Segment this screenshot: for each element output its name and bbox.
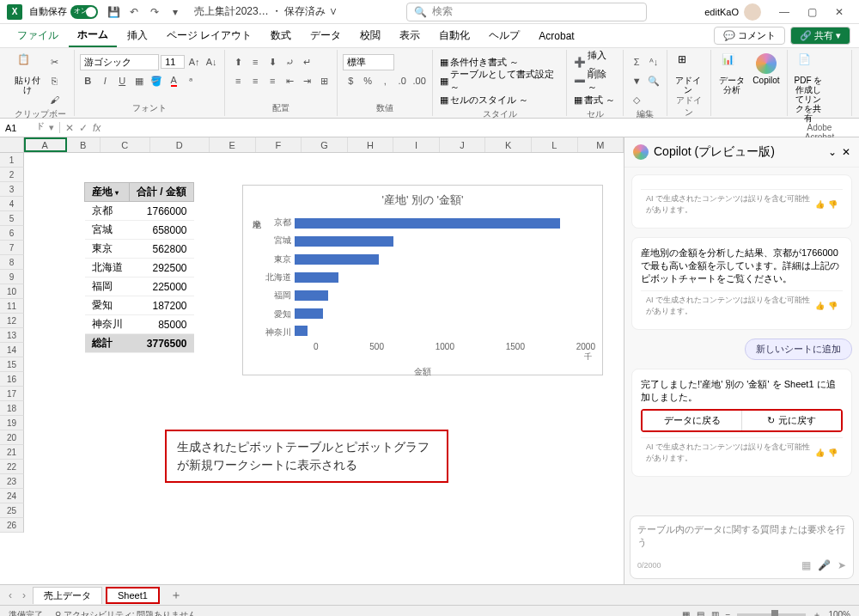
row-header[interactable]: 12 xyxy=(0,314,24,328)
copilot-input[interactable]: テーブル内のデータに関する質問または要求を行う 0/2000 ▦ 🎤 ➤ xyxy=(630,515,854,579)
save-icon[interactable]: 💾 xyxy=(105,3,122,21)
col-header[interactable]: K xyxy=(485,137,532,152)
tab-formulas[interactable]: 数式 xyxy=(262,25,300,46)
close-button[interactable]: ✕ xyxy=(826,3,852,21)
format-cells-button[interactable]: ▦書式 ～ xyxy=(572,91,618,108)
fill-color-icon[interactable]: 🪣 xyxy=(149,73,164,88)
row-header[interactable]: 22 xyxy=(0,460,24,474)
row-header[interactable]: 20 xyxy=(0,430,24,445)
align-right-icon[interactable]: ≡ xyxy=(265,73,280,88)
row-header[interactable]: 7 xyxy=(0,241,24,255)
col-header[interactable]: A xyxy=(24,137,67,152)
comments-button[interactable]: 💬 コメント xyxy=(714,27,785,45)
autosave-toggle[interactable]: オン xyxy=(70,5,98,19)
add-new-sheet-button[interactable]: 新しいシートに追加 xyxy=(745,338,852,360)
thumbs-up-icon[interactable]: 👍 xyxy=(815,200,825,209)
zoom-out-button[interactable]: − xyxy=(726,610,731,616)
attach-icon[interactable]: ▦ xyxy=(801,559,811,571)
border-icon[interactable]: ▦ xyxy=(131,73,147,88)
row-header[interactable]: 19 xyxy=(0,416,24,430)
cell-styles-button[interactable]: ▦セルのスタイル ～ xyxy=(438,91,561,108)
clear-icon[interactable]: ◇ xyxy=(629,92,644,107)
fill-icon[interactable]: ▼ xyxy=(629,73,644,88)
thumbs-down-icon[interactable]: 👎 xyxy=(828,302,838,310)
col-header[interactable]: D xyxy=(150,137,210,152)
tab-page-layout[interactable]: ページ レイアウト xyxy=(158,25,260,46)
indent-decrease-icon[interactable]: ⇤ xyxy=(282,73,297,88)
user-account[interactable]: editKaO xyxy=(704,3,761,21)
pivot-chart[interactable]: '産地' 別の '金額' 産地 京都宮城東京北海道福岡愛知神奈川 0500100… xyxy=(242,185,603,375)
view-page-layout-icon[interactable]: ▤ xyxy=(697,610,704,616)
decimal-increase-icon[interactable]: .0 xyxy=(394,73,410,88)
col-header[interactable]: B xyxy=(66,137,101,152)
col-header[interactable]: F xyxy=(256,137,302,152)
copy-icon[interactable]: ⎘ xyxy=(46,73,62,88)
row-header[interactable]: 2 xyxy=(0,168,24,182)
row-header[interactable]: 18 xyxy=(0,401,24,416)
add-sheet-button[interactable]: ＋ xyxy=(163,588,189,603)
name-box[interactable]: A1▾ xyxy=(0,122,60,133)
percent-icon[interactable]: % xyxy=(360,73,375,88)
underline-icon[interactable]: U xyxy=(114,73,130,88)
find-icon[interactable]: 🔍 xyxy=(646,73,661,88)
merge-icon[interactable]: ⊞ xyxy=(316,73,332,88)
font-name-combo[interactable]: 游ゴシック xyxy=(80,54,159,70)
row-header[interactable]: 10 xyxy=(0,284,24,299)
row-header[interactable]: 15 xyxy=(0,357,24,372)
row-header[interactable]: 24 xyxy=(0,489,24,503)
thumbs-down-icon[interactable]: 👎 xyxy=(828,200,838,209)
font-color-icon[interactable]: A xyxy=(166,73,181,88)
copilot-close-icon[interactable]: ✕ xyxy=(842,146,850,158)
create-pdf-button[interactable]: 📄PDF を作成してリンクを共有 xyxy=(793,53,824,123)
autosum-icon[interactable]: Σ xyxy=(629,54,644,70)
paste-button[interactable]: 📋 貼り付け xyxy=(12,53,43,95)
phonetic-icon[interactable]: ᵃ xyxy=(183,73,198,88)
row-header[interactable]: 17 xyxy=(0,387,24,401)
analyze-data-button[interactable]: 📊データ分析 xyxy=(716,53,747,95)
number-format-combo[interactable]: 標準 xyxy=(343,54,394,70)
col-header[interactable]: J xyxy=(440,137,486,152)
row-header[interactable]: 25 xyxy=(0,503,24,518)
indent-increase-icon[interactable]: ⇥ xyxy=(299,73,314,88)
tab-acrobat[interactable]: Acrobat xyxy=(530,27,582,46)
row-header[interactable]: 26 xyxy=(0,518,24,533)
sheet-tab-active[interactable]: Sheet1 xyxy=(106,587,160,604)
row-header[interactable]: 6 xyxy=(0,226,24,241)
cut-icon[interactable]: ✂ xyxy=(46,54,62,70)
tab-insert[interactable]: 挿入 xyxy=(119,25,156,46)
comma-icon[interactable]: , xyxy=(377,73,393,88)
col-header[interactable]: I xyxy=(393,137,440,152)
send-icon[interactable]: ➤ xyxy=(838,559,846,571)
decrease-font-icon[interactable]: A↓ xyxy=(204,54,219,70)
qat-dropdown-icon[interactable]: ▾ xyxy=(167,3,184,21)
row-header[interactable]: 3 xyxy=(0,182,24,197)
tab-data[interactable]: データ xyxy=(302,25,350,46)
bold-icon[interactable]: B xyxy=(80,73,95,88)
sort-icon[interactable]: ᴬ↓ xyxy=(646,54,661,70)
thumbs-down-icon[interactable]: 👎 xyxy=(828,448,838,457)
col-header[interactable]: M xyxy=(578,137,624,152)
view-page-break-icon[interactable]: ▥ xyxy=(711,610,719,616)
zoom-level[interactable]: 100% xyxy=(828,610,850,616)
row-header[interactable]: 9 xyxy=(0,270,24,284)
tab-file[interactable]: ファイル xyxy=(9,25,67,46)
minimize-button[interactable]: — xyxy=(771,3,797,21)
redo-icon[interactable]: ↷ xyxy=(146,3,163,21)
col-header[interactable]: E xyxy=(210,137,256,152)
cancel-formula-icon[interactable]: ✕ xyxy=(65,122,74,134)
row-header[interactable]: 14 xyxy=(0,343,24,357)
tab-view[interactable]: 表示 xyxy=(391,25,429,46)
decimal-decrease-icon[interactable]: .00 xyxy=(411,73,427,88)
enter-formula-icon[interactable]: ✓ xyxy=(79,122,88,134)
increase-font-icon[interactable]: A↑ xyxy=(186,54,202,70)
row-header[interactable]: 1 xyxy=(0,153,24,168)
format-as-table-button[interactable]: ▦テーブルとして書式設定 ～ xyxy=(438,72,561,89)
tab-help[interactable]: ヘルプ xyxy=(480,25,528,46)
undo-icon[interactable]: ↶ xyxy=(125,3,143,21)
back-to-data-button[interactable]: データに戻る xyxy=(643,411,742,430)
align-center-icon[interactable]: ≡ xyxy=(247,73,263,88)
tab-review[interactable]: 校閲 xyxy=(351,25,389,46)
select-all-corner[interactable] xyxy=(0,137,24,152)
row-header[interactable]: 8 xyxy=(0,255,24,270)
align-bottom-icon[interactable]: ⬇ xyxy=(265,54,280,70)
